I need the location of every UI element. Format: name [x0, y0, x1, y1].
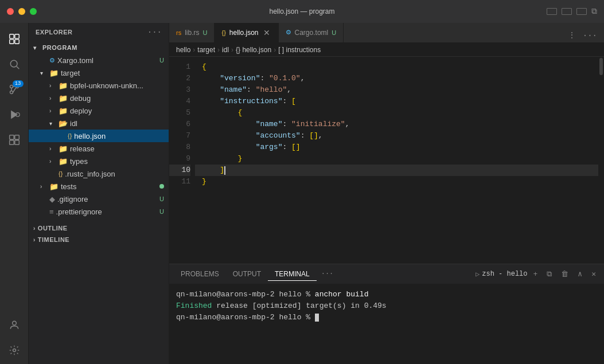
sidebar-more-icon[interactable]: ···	[147, 28, 162, 37]
breadcrumb-hellojson[interactable]: {} hello.json	[236, 46, 271, 54]
traffic-light-red[interactable]	[7, 8, 14, 15]
panel-more-icon[interactable]: ···	[317, 268, 338, 280]
add-terminal-icon[interactable]: +	[530, 268, 541, 281]
sidebar-item-types[interactable]: › 📁 types	[29, 155, 169, 167]
layout-icon-2[interactable]	[562, 8, 572, 15]
gitignore-badge: U	[159, 195, 164, 202]
token: "name"	[256, 119, 283, 130]
activity-icon-explorer[interactable]	[3, 28, 26, 50]
prettier-badge: U	[159, 208, 164, 215]
tab-librs-badge: U	[203, 29, 208, 36]
svg-rect-3	[14, 40, 18, 44]
traffic-lights	[7, 8, 37, 15]
sidebar-item-release[interactable]: › 📁 release	[29, 142, 169, 155]
tab-lib-rs[interactable]: rs lib.rs U	[169, 23, 215, 42]
terminal-cursor	[315, 314, 319, 322]
sidebar-timeline-header[interactable]: › TIMELINE	[29, 234, 169, 245]
traffic-light-yellow[interactable]	[18, 8, 25, 15]
panel-tabs: PROBLEMS OUTPUT TERMINAL ··· ▷ zsh - hel…	[169, 264, 604, 284]
panel-tab-problems[interactable]: PROBLEMS	[174, 268, 226, 280]
tab-hellojson-label: hello.json	[229, 29, 259, 37]
activity-icon-source-control[interactable]: 13	[3, 78, 26, 101]
panel-tab-terminal[interactable]: TERMINAL	[268, 268, 317, 281]
release-arrow: ›	[49, 146, 59, 152]
breadcrumb-target[interactable]: target	[197, 46, 215, 54]
code-line-5: {	[195, 107, 598, 119]
split-editor-icon[interactable]: ⋮	[566, 28, 578, 42]
sidebar-item-xargo[interactable]: ⚙ Xargo.toml U	[29, 54, 169, 66]
sidebar-item-tests[interactable]: › 📁 tests	[29, 180, 169, 193]
types-arrow: ›	[49, 158, 59, 165]
activity-icon-search[interactable]	[3, 53, 26, 76]
token: :	[247, 84, 256, 96]
token: ,	[345, 119, 350, 130]
sidebar-title: EXPLORER	[36, 29, 73, 36]
terminal-shell-icon: ▷	[476, 270, 480, 279]
rustc-icon: {}	[59, 170, 63, 177]
close-panel-icon[interactable]: ✕	[588, 267, 599, 281]
types-label: types	[70, 157, 169, 166]
sidebar-item-gitignore[interactable]: ◆ .gitignore U	[29, 193, 169, 205]
token: {	[202, 61, 206, 73]
xargo-label: Xargo.toml	[57, 56, 159, 65]
sidebar-item-target[interactable]: ▾ 📁 target	[29, 66, 169, 79]
scrollbar-thumb[interactable]	[599, 58, 603, 75]
svg-rect-16	[9, 140, 14, 145]
tab-hello-json[interactable]: {} hello.json ✕	[215, 23, 278, 42]
breadcrumb-idl[interactable]: idl	[222, 46, 229, 54]
maximize-panel-icon[interactable]: ∧	[574, 267, 586, 281]
tab-cargo-label: Cargo.toml	[295, 29, 329, 37]
sidebar-item-hello-json[interactable]: {} hello.json	[29, 130, 169, 142]
prettier-label: .prettierignore	[56, 208, 159, 216]
sidebar-outline-header[interactable]: › OUTLINE	[29, 222, 169, 234]
layout-icon-3[interactable]	[576, 8, 587, 15]
tab-more-icon[interactable]: ···	[580, 29, 599, 42]
code-line-8: "args": []	[195, 142, 598, 153]
terminal-cmd-1: anchor build	[315, 290, 369, 299]
tests-folder-icon: 📁	[49, 182, 59, 191]
breadcrumb-hello[interactable]: hello	[176, 46, 190, 54]
breadcrumb-sep1: ›	[193, 46, 195, 54]
sidebar-item-deploy[interactable]: › 📁 deploy	[29, 104, 169, 117]
outline-arrow: ›	[33, 225, 36, 232]
token: ]	[202, 165, 224, 176]
sidebar-program-root[interactable]: ▾ PROGRAM	[29, 41, 169, 54]
sidebar-item-rustc-info[interactable]: {} .rustc_info.json	[29, 167, 169, 180]
hello-json-label: hello.json	[74, 132, 169, 140]
target-arrow: ▾	[40, 70, 49, 76]
panel-tab-output[interactable]: OUTPUT	[226, 268, 268, 280]
svg-line-5	[16, 66, 19, 69]
program-label: PROGRAM	[42, 44, 77, 51]
token: "name"	[220, 84, 247, 96]
sidebar-item-bpfel[interactable]: › 📁 bpfel-unknown-unkn...	[29, 79, 169, 92]
token: [	[291, 96, 296, 107]
kill-terminal-icon[interactable]: 🗑	[558, 268, 572, 281]
terminal-name: ▷ zsh - hello	[476, 270, 527, 279]
split-terminal-icon[interactable]: ⧉	[543, 268, 555, 281]
layout-icon-1[interactable]	[547, 8, 557, 15]
traffic-light-green[interactable]	[30, 8, 37, 15]
cursor	[224, 166, 225, 175]
librs-icon: rs	[176, 29, 181, 36]
activity-icon-settings[interactable]	[3, 339, 26, 362]
gitignore-icon: ◆	[49, 195, 55, 203]
tab-cargo-toml[interactable]: ⚙ Cargo.toml U	[279, 23, 344, 42]
debug-label: debug	[70, 94, 169, 103]
sidebar-item-debug[interactable]: › 📁 debug	[29, 92, 169, 104]
release-label: release	[70, 144, 169, 153]
token: []	[291, 142, 301, 153]
breadcrumb-instructions[interactable]: [ ] instructions	[278, 46, 321, 54]
layout-icon-4[interactable]: ⧉	[591, 7, 597, 16]
scrollbar-track[interactable]	[598, 57, 604, 264]
svg-rect-0	[9, 34, 13, 38]
code-content[interactable]: { "version": "0.1.0", "name": "hello", "…	[195, 57, 598, 264]
terminal-content[interactable]: qn-milano@aarons-mbp-2 hello % anchor bu…	[169, 284, 604, 364]
sidebar-item-prettierignore[interactable]: ≡ .prettierignore U	[29, 205, 169, 218]
activity-icon-run[interactable]	[3, 103, 26, 126]
activity-icon-account[interactable]	[3, 314, 26, 336]
sidebar-item-idl[interactable]: ▾ 📂 idl	[29, 117, 169, 130]
activity-icon-extensions[interactable]	[3, 128, 26, 151]
code-line-1: {	[195, 61, 598, 73]
bpfel-label: bpfel-unknown-unkn...	[70, 81, 169, 90]
tab-close-icon[interactable]: ✕	[262, 27, 271, 38]
